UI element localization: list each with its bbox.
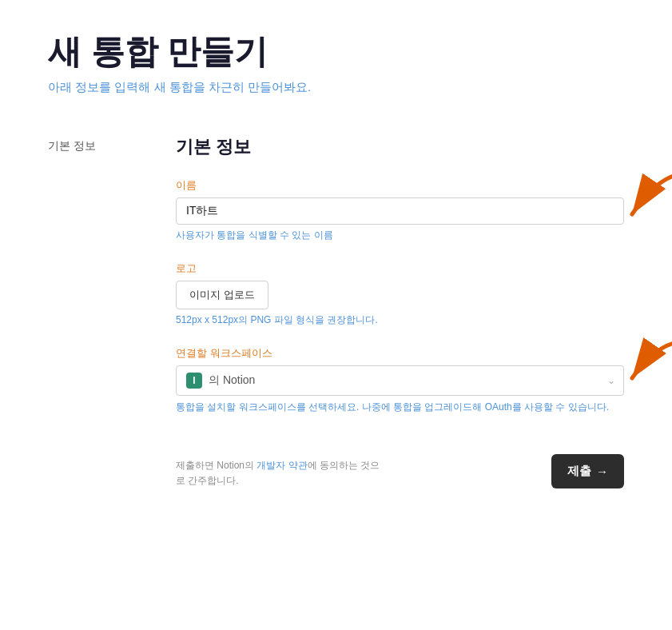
logo-label: 로고: [176, 261, 624, 276]
page-subtitle: 아래 정보를 입력해 새 통합을 차근히 만들어봐요.: [48, 80, 624, 95]
logo-hint: 512px x 512px의 PNG 파일 형식을 권장합니다.: [176, 313, 624, 327]
submit-arrow-icon: →: [596, 465, 608, 478]
workspace-label: 연결할 워크스페이스: [176, 346, 624, 361]
page-title: 새 통합 만들기: [48, 32, 624, 72]
name-input[interactable]: [176, 197, 624, 225]
workspace-name-text: 의 Notion: [209, 373, 255, 388]
footer-text: 제출하면 Notion의 개발자 약관에 동의하는 것으로 간주합니다.: [176, 458, 380, 488]
sidebar-section-label: 기본 정보: [48, 139, 96, 152]
logo-upload-button[interactable]: 이미지 업로드: [176, 281, 268, 309]
logo-field-group: 로고 이미지 업로드 512px x 512px의 PNG 파일 형식을 권장합…: [176, 261, 624, 327]
form-sidebar: 기본 정보: [48, 135, 144, 488]
submit-label: 제출: [567, 464, 591, 479]
form-layout: 기본 정보 기본 정보 이름 사용자가 통합을 식별할 수 있는 이름: [48, 135, 624, 488]
form-main: 기본 정보 이름 사용자가 통합을 식별할 수 있는 이름: [176, 135, 624, 488]
name-field-group: 이름 사용자가 통합을 식별할 수 있는 이름: [176, 178, 624, 242]
footer-text-before: 제출하면 Notion의: [176, 460, 256, 471]
page-container: 새 통합 만들기 아래 정보를 입력해 새 통합을 차근히 만들어봐요. 기본 …: [48, 32, 624, 488]
name-hint: 사용자가 통합을 식별할 수 있는 이름: [176, 229, 624, 242]
chevron-down-icon: ⌄: [607, 375, 615, 386]
submit-button[interactable]: 제출 →: [551, 454, 624, 488]
workspace-icon: I: [186, 373, 202, 389]
footer-area: 제출하면 Notion의 개발자 약관에 동의하는 것으로 간주합니다. 제출 …: [176, 454, 624, 488]
workspace-select[interactable]: I 의 Notion ⌄: [176, 365, 624, 396]
workspace-hint: 통합을 설치할 워크스페이스를 선택하세요. 나중에 통합을 업그레이드해 OA…: [176, 400, 624, 414]
developer-terms-link[interactable]: 개발자 약관: [256, 460, 307, 471]
workspace-field-group: 연결할 워크스페이스 I 의 Notion ⌄ 통합을 설치할 워크스페이스를 …: [176, 346, 624, 414]
section-title: 기본 정보: [176, 135, 624, 159]
name-label: 이름: [176, 178, 624, 193]
